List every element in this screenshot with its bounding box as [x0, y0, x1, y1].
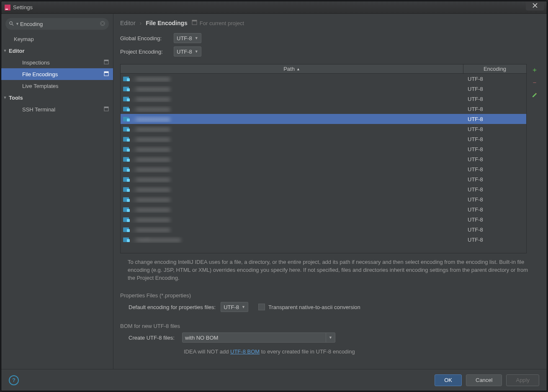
project-encoding-combo[interactable]: UTF-8 ▼	[174, 46, 201, 57]
sidebar-item-label: Live Templates	[22, 83, 109, 89]
breadcrumb-root[interactable]: Editor	[120, 20, 136, 26]
sidebar-item-live-templates[interactable]: Live Templates	[1, 80, 113, 92]
cell-path: ...\xxxxxxxxxxxx	[121, 166, 463, 173]
project-scope-icon	[104, 106, 109, 113]
table-row[interactable]: ...\xxxxxxxxxxxxUTF-8	[121, 144, 526, 154]
column-path[interactable]: Path ▲	[121, 64, 463, 73]
folder-icon	[123, 87, 129, 91]
folder-icon	[123, 97, 129, 101]
titlebar: Settings	[1, 1, 547, 14]
for-project-label: For current project	[192, 20, 244, 26]
table-row[interactable]: ...\xxxxxxxxxxxxUTF-8	[121, 84, 526, 94]
apply-button[interactable]: Apply	[506, 374, 539, 386]
project-scope-icon	[104, 71, 109, 77]
sidebar-item-tools[interactable]: ▼Tools	[1, 92, 113, 103]
window-title: Settings	[13, 4, 33, 10]
folder-icon	[123, 77, 129, 81]
cell-path: ...\xxxxxxxxxxxx	[121, 86, 463, 92]
help-text: To change encoding IntelliJ IDEA uses fo…	[120, 253, 540, 285]
table-header: Path ▲ Encoding	[121, 64, 526, 74]
ok-button[interactable]: OK	[435, 374, 462, 386]
cell-encoding[interactable]: UTF-8	[463, 217, 526, 223]
app-icon	[5, 5, 10, 10]
close-button[interactable]	[526, 1, 544, 10]
cell-encoding[interactable]: UTF-8	[463, 116, 526, 122]
transparent-ascii-checkbox[interactable]	[258, 304, 265, 310]
clear-search-icon[interactable]	[100, 21, 105, 28]
properties-section-title: Properties Files (*.properties)	[120, 292, 540, 299]
table-row[interactable]: ...\xxxxxxxxxxxxUTF-8	[121, 184, 526, 194]
cell-encoding[interactable]: UTF-8	[463, 76, 526, 82]
table-row[interactable]: ...\xxxxxxxxxxxxUTF-8	[121, 124, 526, 134]
table-row[interactable]: ...\xxxxxxxxxxxxUTF-8	[121, 114, 526, 124]
cell-path: ...\xxxxxxxxxxxx	[121, 146, 463, 152]
cell-encoding[interactable]: UTF-8	[463, 176, 526, 183]
cell-path: ...\medxxxxxxxxxxxx	[121, 237, 463, 243]
folder-icon	[123, 167, 129, 172]
cell-path: ...\xxxxxxxxxxxx	[121, 227, 463, 233]
props-default-combo[interactable]: UTF-8 ▼	[221, 302, 248, 312]
cell-encoding[interactable]: UTF-8	[463, 237, 526, 243]
sidebar-item-inspections[interactable]: Inspections	[1, 57, 113, 68]
table-row[interactable]: ...\xxxxxxxxxxxxUTF-8	[121, 94, 526, 104]
table-row[interactable]: ...\xxxxxxxxxxxxUTF-8	[121, 134, 526, 144]
table-row[interactable]: ...\xxxxxxxxxxxxUTF-8	[121, 164, 526, 174]
cell-encoding[interactable]: UTF-8	[463, 166, 526, 173]
sidebar-item-file-encodings[interactable]: File Encodings	[1, 68, 113, 80]
table-row[interactable]: ...\xxxxxxxxxxxxUTF-8	[121, 74, 526, 84]
folder-icon	[123, 117, 129, 121]
chevron-down-icon: ▼	[326, 333, 335, 342]
search-icon	[9, 21, 14, 27]
transparent-ascii-label: Transparent native-to-ascii conversion	[268, 304, 360, 310]
table-body[interactable]: ...\xxxxxxxxxxxxUTF-8...\xxxxxxxxxxxxUTF…	[121, 74, 526, 253]
edit-button[interactable]	[530, 91, 539, 99]
table-row[interactable]: ...\xxxxxxxxxxxxUTF-8	[121, 194, 526, 204]
project-encoding-label: Project Encoding:	[120, 49, 174, 55]
cell-encoding[interactable]: UTF-8	[463, 96, 526, 102]
sidebar-item-ssh-terminal[interactable]: SSH Terminal	[1, 103, 113, 115]
table-row[interactable]: ...\xxxxxxxxxxxxUTF-8	[121, 174, 526, 184]
cell-encoding[interactable]: UTF-8	[463, 126, 526, 132]
search-filter-dropdown-icon[interactable]: ▼	[15, 22, 19, 26]
sidebar-item-keymap[interactable]: Keymap	[1, 33, 113, 45]
folder-icon	[123, 137, 129, 142]
sidebar-item-label: File Encodings	[22, 71, 104, 77]
sidebar-item-editor[interactable]: ▼Editor	[1, 45, 113, 57]
svg-line-3	[12, 24, 13, 26]
table-row[interactable]: ...\xxxxxxxxxxxxUTF-8	[121, 214, 526, 224]
search-input[interactable]	[20, 21, 100, 27]
table-row[interactable]: ...\xxxxxxxxxxxxUTF-8	[121, 204, 526, 214]
cell-encoding[interactable]: UTF-8	[463, 196, 526, 203]
column-encoding[interactable]: Encoding	[463, 64, 526, 73]
svg-point-2	[10, 21, 13, 24]
cell-encoding[interactable]: UTF-8	[463, 156, 526, 162]
cell-path: ...\xxxxxxxxxxxx	[121, 186, 463, 193]
search-box[interactable]: ▼	[5, 18, 109, 30]
cell-path: ...\xxxxxxxxxxxx	[121, 106, 463, 112]
utf8-bom-link[interactable]: UTF-8 BOM	[230, 348, 260, 355]
chevron-down-icon: ▼	[242, 305, 245, 309]
help-button[interactable]: ?	[9, 375, 19, 385]
bom-create-combo[interactable]: with NO BOM ▼	[182, 333, 335, 343]
table-row[interactable]: ...\xxxxxxxxxxxxUTF-8	[121, 154, 526, 164]
table-row[interactable]: ...\xxxxxxxxxxxxUTF-8	[121, 224, 526, 235]
folder-icon	[123, 207, 129, 212]
remove-button[interactable]: －	[530, 78, 539, 87]
cell-encoding[interactable]: UTF-8	[463, 206, 526, 213]
cell-encoding[interactable]: UTF-8	[463, 136, 526, 142]
global-encoding-combo[interactable]: UTF-8 ▼	[174, 33, 201, 43]
cell-encoding[interactable]: UTF-8	[463, 146, 526, 152]
folder-icon	[123, 107, 129, 111]
project-scope-icon	[192, 20, 197, 26]
cell-path: ...\xxxxxxxxxxxx	[121, 126, 463, 132]
cancel-button[interactable]: Cancel	[466, 374, 502, 386]
cell-encoding[interactable]: UTF-8	[463, 106, 526, 112]
cell-encoding[interactable]: UTF-8	[463, 86, 526, 92]
cell-encoding[interactable]: UTF-8	[463, 186, 526, 193]
table-row[interactable]: ...\medxxxxxxxxxxxxUTF-8	[121, 235, 526, 245]
bom-note: IDEA will NOT add UTF-8 BOM to every cre…	[120, 348, 540, 355]
add-button[interactable]: ＋	[530, 66, 539, 74]
sidebar-item-label: Inspections	[22, 59, 104, 66]
cell-encoding[interactable]: UTF-8	[463, 227, 526, 233]
table-row[interactable]: ...\xxxxxxxxxxxxUTF-8	[121, 104, 526, 114]
